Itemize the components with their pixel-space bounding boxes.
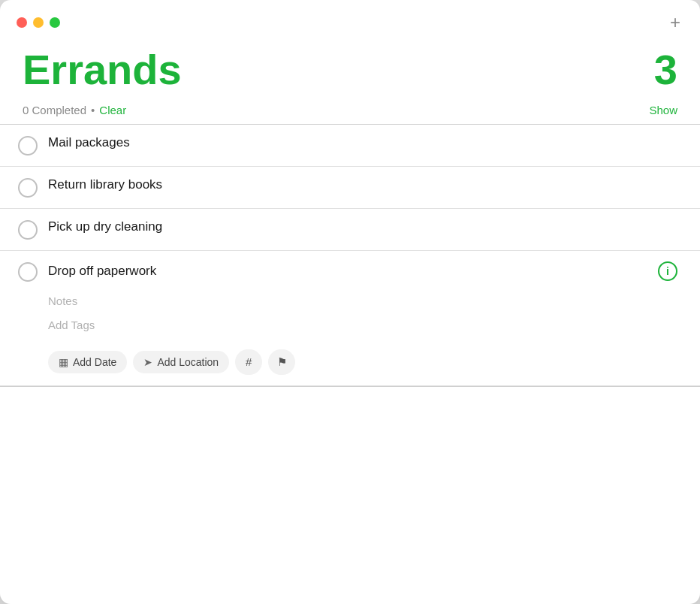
task-item: Pick up dry cleaning (0, 209, 700, 251)
tag-icon: # (246, 355, 252, 368)
task-checkbox[interactable] (18, 178, 38, 198)
task-item: Mail packages (0, 125, 700, 167)
calendar-icon: ▦ (59, 356, 68, 368)
add-button[interactable]: + (667, 14, 683, 32)
task-item: Return library books (0, 167, 700, 209)
info-icon[interactable]: i (658, 261, 677, 281)
bottom-divider (0, 386, 700, 387)
list-header: Errands 3 (0, 39, 700, 93)
task-list: Mail packages Return library books Pick … (0, 125, 700, 604)
maximize-dot[interactable] (50, 17, 60, 28)
list-title: Errands (23, 47, 182, 93)
show-button[interactable]: Show (649, 104, 677, 116)
add-location-label: Add Location (157, 356, 219, 368)
task-notes-field[interactable]: Notes (48, 294, 77, 307)
task-main-row: Drop off paperwork i (18, 261, 677, 282)
app-window: + Errands 3 0 Completed • Clear Show Mai… (0, 0, 700, 604)
task-label: Mail packages (48, 135, 677, 150)
task-tags-field[interactable]: Add Tags (48, 319, 95, 331)
separator-dot: • (91, 104, 95, 116)
task-label: Return library books (48, 177, 677, 192)
add-date-label: Add Date (73, 356, 116, 368)
minimize-dot[interactable] (33, 17, 44, 28)
task-item-expanded: Drop off paperwork i Notes Add Tags ▦ Ad… (0, 251, 700, 386)
titlebar: + (0, 0, 700, 39)
add-flag-button[interactable]: ⚑ (268, 349, 295, 375)
task-label: Pick up dry cleaning (48, 219, 677, 234)
window-controls (17, 17, 60, 28)
task-checkbox[interactable] (18, 220, 38, 240)
clear-button[interactable]: Clear (99, 104, 126, 116)
add-tag-button[interactable]: # (235, 349, 262, 375)
task-actions: ▦ Add Date ➤ Add Location # ⚑ (48, 349, 295, 375)
close-dot[interactable] (17, 17, 27, 28)
flag-icon: ⚑ (277, 355, 287, 369)
add-location-button[interactable]: ➤ Add Location (133, 351, 229, 373)
task-label: Drop off paperwork (48, 264, 647, 279)
completed-info: 0 Completed • Clear (23, 104, 126, 116)
task-checkbox[interactable] (18, 136, 38, 156)
location-icon: ➤ (143, 356, 152, 368)
add-date-button[interactable]: ▦ Add Date (48, 351, 127, 373)
completed-text: 0 Completed (23, 104, 86, 116)
completed-bar: 0 Completed • Clear Show (0, 93, 700, 124)
task-checkbox[interactable] (18, 262, 38, 282)
info-icon-label: i (666, 265, 669, 277)
list-count: 3 (654, 47, 677, 93)
